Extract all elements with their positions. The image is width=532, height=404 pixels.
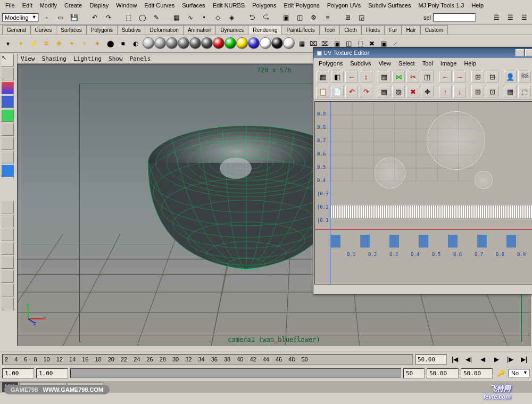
move-tool-icon[interactable] [1, 81, 14, 94]
uv-move-icon[interactable]: ✥ [421, 86, 434, 97]
shader-ball-icon[interactable] [154, 37, 166, 49]
menu-file[interactable]: File [2, 1, 18, 10]
shader-ball-icon[interactable] [271, 37, 283, 49]
uv-down-icon[interactable]: ↓ [453, 86, 466, 97]
texture-icon[interactable]: ■ [117, 38, 129, 50]
uv-grid1-icon[interactable]: ⊞ [471, 71, 484, 83]
tab-animation[interactable]: Animation [183, 25, 216, 35]
rotate-tool-icon[interactable] [1, 95, 14, 108]
four-pane-icon[interactable] [1, 215, 14, 227]
dirlight-icon[interactable]: ⚡ [28, 38, 39, 50]
tab-dynamics[interactable]: Dynamics [215, 25, 248, 35]
lasttool-icon[interactable] [1, 164, 14, 177]
tab-painteffects[interactable]: PaintEffects [281, 25, 319, 35]
menu-polygonuvs[interactable]: Polygon UVs [324, 1, 364, 10]
lasso-icon[interactable]: ◯ [137, 12, 148, 23]
shader-ball-icon[interactable] [189, 37, 201, 49]
time-slider[interactable]: 2468101214161820222426283032343638404244… [2, 354, 413, 365]
amblight-icon[interactable]: ✦ [15, 38, 27, 50]
select-tool-icon[interactable]: ↖ [1, 54, 14, 67]
uv-unfold-icon[interactable]: ▦ [378, 86, 390, 97]
history-icon[interactable]: ⮌ [246, 12, 258, 23]
snap-plane-icon[interactable]: ◇ [212, 12, 224, 23]
vp-lighting[interactable]: Lighting [73, 55, 102, 62]
uv-align2-icon[interactable]: ⊡ [486, 86, 498, 97]
playback-icon[interactable]: ◀ [477, 353, 488, 365]
undo-icon[interactable]: ↶ [89, 12, 101, 23]
uv-racer-icon[interactable]: 🏁 [518, 71, 531, 83]
persp-graph-icon[interactable] [1, 256, 14, 269]
spotlight-icon[interactable]: ❋ [53, 38, 65, 50]
tab-cloth[interactable]: Cloth [339, 25, 361, 35]
uv-left-icon[interactable]: ← [439, 71, 452, 83]
script-icon[interactable] [1, 298, 14, 310]
vp-panels[interactable]: Panels [130, 55, 151, 62]
uv-tool[interactable]: Tool [419, 59, 436, 68]
tab-toon[interactable]: Toon [319, 25, 340, 35]
range-end2-field[interactable] [427, 368, 459, 378]
snap-live-icon[interactable]: ◈ [226, 12, 238, 23]
uv-flip-u-icon[interactable]: ↔ [345, 71, 358, 83]
menu-mjpoly[interactable]: MJ Poly Tools 1.3 [415, 1, 467, 10]
uv-titlebar[interactable]: ▣ UV Texture Editor _ □ × [313, 47, 532, 58]
menu-editcurves[interactable]: Edit Curves [141, 1, 178, 10]
shelf-drop-icon[interactable]: ▾ [2, 38, 14, 50]
light-icon[interactable]: ✶ [92, 38, 103, 50]
uv-subdivs[interactable]: Subdivs [347, 59, 374, 68]
lasso-tool-icon[interactable] [1, 68, 14, 80]
shader-ball-icon[interactable] [201, 37, 213, 49]
autokey-icon[interactable]: 🔑 [495, 367, 506, 379]
tab-subdivs[interactable]: Subdivs [117, 25, 146, 35]
uv-rotcw-icon[interactable]: ↷ [360, 86, 372, 97]
menu-window[interactable]: Window [113, 1, 140, 10]
shader-ball-icon[interactable] [143, 37, 154, 49]
attreditor-icon[interactable]: ☰ [491, 12, 502, 23]
menu-editnurbs[interactable]: Edit NURBS [210, 1, 248, 10]
range-start2-field[interactable] [36, 368, 68, 378]
char-dropdown[interactable]: No [509, 369, 530, 377]
history-on-icon[interactable]: ⮎ [260, 12, 272, 23]
current-frame-field[interactable] [415, 354, 447, 365]
rewind-icon[interactable]: |◀ [449, 353, 461, 365]
uv-view[interactable]: View [375, 59, 394, 68]
redo-icon[interactable]: ↷ [103, 12, 114, 23]
uv-relax-icon[interactable]: ▨ [392, 86, 405, 97]
tab-custom[interactable]: Custom [420, 25, 448, 35]
manip-tool-icon[interactable] [1, 123, 14, 136]
snap-curve-icon[interactable]: ∿ [185, 12, 196, 23]
arealight-icon[interactable]: ✦ [66, 38, 78, 50]
renderglobals-icon[interactable]: ⚙ [308, 12, 320, 23]
ffwd-icon[interactable]: ▶| [518, 353, 530, 365]
tab-fluids[interactable]: Fluids [361, 25, 385, 35]
menu-modify[interactable]: Modify [37, 1, 60, 10]
two-pane-icon[interactable] [1, 228, 14, 241]
scale-tool-icon[interactable] [1, 109, 14, 122]
vollight-icon[interactable]: ✧ [79, 38, 90, 50]
new-icon[interactable]: ▫ [41, 12, 53, 23]
snap-point-icon[interactable]: • [198, 12, 210, 23]
toolopt-icon[interactable]: ☰ [504, 12, 516, 23]
menu-subdiv[interactable]: Subdiv Surfaces [365, 1, 414, 10]
uv-shell-icon[interactable]: ▦ [504, 86, 517, 97]
menu-polygons[interactable]: Polygons [249, 1, 279, 10]
vp-shading[interactable]: Shading [42, 55, 66, 62]
uv-right-icon[interactable]: → [453, 71, 466, 83]
menu-create[interactable]: Create [61, 1, 85, 10]
camera-icon[interactable]: ⬤ [104, 38, 116, 50]
menu-edit[interactable]: Edit [19, 1, 36, 10]
uv-editor-window[interactable]: ▣ UV Texture Editor _ □ × Polygons Subdi… [313, 47, 532, 294]
tab-rendering[interactable]: Rendering [248, 25, 282, 35]
shader-ball-icon[interactable] [260, 37, 271, 49]
playfwd-icon[interactable]: ▶ [491, 353, 502, 365]
maximize-icon[interactable]: □ [525, 49, 532, 56]
uv-rotccw-icon[interactable]: ↶ [345, 86, 358, 97]
uv-cut-icon[interactable]: ✂ [406, 71, 419, 83]
uv-select[interactable]: Select [395, 59, 418, 68]
stepback-icon[interactable]: ◀| [463, 353, 475, 365]
uv-canvas[interactable]: 0.90.80.70.60.50.4|0.3|0.2|0.1 0.10.20.3… [314, 101, 532, 285]
open-icon[interactable]: ▭ [55, 12, 66, 23]
toggle-icon[interactable]: ◲ [356, 12, 368, 23]
snap-grid-icon[interactable]: ▦ [171, 12, 182, 23]
single-pane-icon[interactable] [1, 201, 14, 213]
range-start-field[interactable] [2, 368, 34, 378]
